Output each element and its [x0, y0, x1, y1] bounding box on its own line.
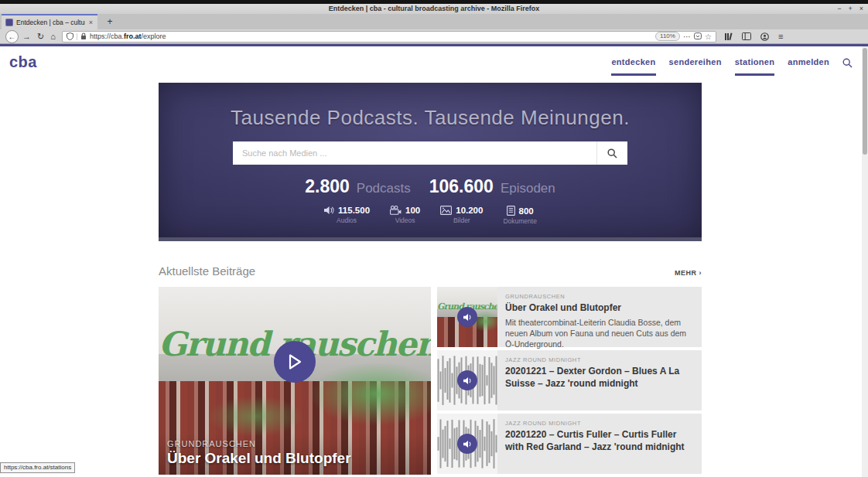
podcast-count: 2.800 — [305, 176, 350, 197]
site-nav: entdecken sendereihen stationen anmelden — [611, 57, 853, 76]
url-text[interactable]: https://cba.fro.at/explore — [90, 32, 166, 40]
latest-section: Aktuellste Beiträge MEHR › Grund rausche… — [159, 264, 702, 475]
tab-close-icon[interactable]: × — [88, 19, 94, 26]
search-icon[interactable] — [842, 58, 853, 68]
image-icon — [440, 206, 452, 215]
item-title[interactable]: 20201221 – Dexter Gordon – Blues A La Su… — [505, 366, 694, 390]
window-controls: − + × — [837, 4, 863, 14]
featured-kicker: GRUNDRAUSCHEN — [167, 439, 422, 448]
reload-button[interactable]: ↻ — [37, 31, 44, 43]
new-tab-button[interactable]: + — [104, 16, 116, 27]
browser-tab[interactable]: Entdecken | cba – cultural br × — [2, 14, 97, 29]
image-count: 10.200 — [456, 206, 483, 215]
media-stats: 115.500 Audios 100 Videos 10.200 Bilder — [159, 206, 702, 225]
item-title[interactable]: 20201220 – Curtis Fuller – Curtis Fuller… — [505, 429, 694, 453]
document-label: Dokumente — [503, 217, 536, 225]
nav-item-entdecken[interactable]: entdecken — [611, 57, 655, 76]
speaker-icon — [463, 313, 473, 322]
bookmark-star-icon[interactable]: ☆ — [705, 32, 712, 41]
url-prefix: https://cba. — [90, 32, 124, 40]
speaker-icon — [463, 440, 473, 448]
more-link[interactable]: MEHR › — [675, 269, 702, 277]
url-bar[interactable]: https://cba.fro.at/explore 110% ⋯ ☆ — [62, 31, 716, 43]
forward-button[interactable]: → — [22, 31, 31, 43]
episode-count: 106.600 — [429, 176, 494, 197]
item-body: GRUNDRAUSCHEN Über Orakel und Blutopfer … — [497, 287, 702, 347]
magnifier-icon — [607, 148, 617, 158]
latest-list: Grund rauschen GRUNDRAUSCHEN Über Orakel… — [437, 287, 702, 475]
image-label: Bilder — [440, 216, 483, 224]
audio-badge[interactable] — [457, 307, 477, 327]
audio-stat: 115.500 Audios — [323, 206, 370, 225]
urlbar-divider — [77, 33, 77, 40]
tab-favicon-icon — [5, 19, 13, 26]
maximize-button[interactable]: + — [848, 4, 852, 14]
page-actions-icon[interactable]: ⋯ — [683, 32, 691, 41]
pocket-icon[interactable] — [694, 32, 702, 40]
hero-title: Tausende Podcasts. Tausende Meinungen. — [159, 106, 702, 130]
play-button[interactable] — [274, 341, 316, 383]
episode-count-label: Episoden — [501, 181, 555, 196]
item-kicker: JAZZ ROUND MIDNIGHT — [505, 356, 694, 363]
media-search-input[interactable] — [233, 141, 596, 165]
item-title[interactable]: Über Orakel und Blutopfer — [505, 302, 694, 315]
status-bar-link: https://cba.fro.at/stations — [0, 462, 75, 473]
audio-badge[interactable] — [457, 370, 477, 390]
video-icon — [390, 206, 402, 215]
audio-count: 115.500 — [338, 206, 370, 215]
scrollbar[interactable] — [862, 46, 868, 477]
account-icon[interactable] — [760, 32, 769, 41]
zoom-level-indicator[interactable]: 110% — [655, 32, 680, 41]
library-icon[interactable] — [724, 32, 733, 41]
list-item[interactable]: JAZZ ROUND MIDNIGHT 20201221 – Dexter Go… — [437, 350, 702, 411]
item-thumbnail: Grund rauschen — [437, 287, 497, 347]
featured-caption: GRUNDRAUSCHEN Über Orakel und Blutopfer — [159, 433, 431, 475]
hero-stats: 2.800 Podcasts 106.600 Episoden — [159, 176, 702, 197]
minimize-button[interactable]: − — [837, 4, 841, 14]
scrollbar-thumb[interactable] — [863, 48, 867, 155]
list-item[interactable]: Grund rauschen GRUNDRAUSCHEN Über Orakel… — [437, 287, 702, 347]
section-heading: Aktuellste Beiträge — [159, 264, 255, 278]
play-icon — [286, 353, 303, 371]
nav-item-stationen[interactable]: stationen — [735, 57, 775, 76]
tracking-shield-icon[interactable] — [67, 32, 73, 40]
speaker-icon — [463, 376, 473, 385]
site-header: cba entdecken sendereihen stationen anme… — [0, 46, 868, 81]
nav-item-sendereihen[interactable]: sendereihen — [669, 57, 722, 73]
menu-icon[interactable]: ≡ — [778, 32, 783, 41]
item-description: Mit theatercombinat-Leiterin Claudia Bos… — [505, 317, 694, 350]
site-logo[interactable]: cba — [9, 53, 37, 71]
image-stat: 10.200 Bilder — [440, 206, 483, 225]
podcast-count-label: Podcasts — [357, 181, 411, 196]
item-thumbnail — [437, 414, 497, 474]
hero-banner: Tausende Podcasts. Tausende Meinungen. 2… — [159, 83, 702, 241]
document-icon — [507, 206, 515, 216]
document-count: 800 — [519, 206, 534, 216]
audio-icon — [323, 206, 334, 215]
item-body: JAZZ ROUND MIDNIGHT 20201221 – Dexter Go… — [497, 350, 702, 411]
audio-label: Audios — [323, 216, 370, 224]
list-item[interactable]: JAZZ ROUND MIDNIGHT 20201220 – Curtis Fu… — [437, 414, 702, 474]
back-button[interactable]: ← — [5, 30, 19, 43]
audio-badge[interactable] — [457, 434, 477, 454]
video-count: 100 — [405, 206, 420, 215]
video-label: Videos — [390, 216, 420, 224]
url-domain: fro.at — [124, 32, 142, 40]
item-kicker: JAZZ ROUND MIDNIGHT — [505, 420, 694, 427]
page-content: cba entdecken sendereihen stationen anme… — [0, 44, 868, 477]
window-titlebar[interactable]: Entdecken | cba - cultural broadcasting … — [0, 4, 868, 14]
item-body: JAZZ ROUND MIDNIGHT 20201220 – Curtis Fu… — [497, 414, 702, 474]
tab-bar: Entdecken | cba – cultural br × + — [0, 14, 868, 29]
close-button[interactable]: × — [859, 4, 863, 14]
featured-title: Über Orakel und Blutopfer — [167, 450, 422, 467]
item-thumbnail — [437, 350, 497, 411]
tab-title: Entdecken | cba – cultural br — [16, 19, 85, 26]
lock-icon[interactable] — [80, 32, 87, 40]
nav-item-anmelden[interactable]: anmelden — [788, 57, 829, 73]
home-button[interactable]: ⌂ — [50, 31, 56, 43]
hero-search-button[interactable] — [596, 141, 627, 165]
window-title: Entdecken | cba - cultural broadcasting … — [0, 4, 868, 14]
featured-post-card[interactable]: Grund rauschen GRUNDRAUSCHEN Über Orakel… — [159, 287, 431, 475]
toolbar-right-icons: ≡ — [724, 32, 783, 41]
sidebar-icon[interactable] — [742, 32, 751, 40]
